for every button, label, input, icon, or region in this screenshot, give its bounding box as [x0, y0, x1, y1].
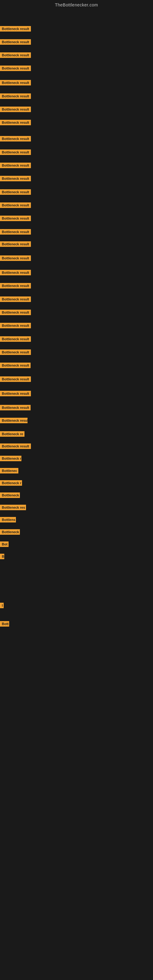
bottleneck-label: Bottleneck result	[0, 52, 31, 58]
site-title: TheBottlenecker.com	[0, 0, 153, 9]
bottleneck-result-item: Bottleneck result	[0, 283, 31, 290]
bottleneck-label: Bottleneck result	[0, 336, 31, 342]
bottleneck-label: Bottleneck result	[0, 229, 31, 235]
bottleneck-label: Bottleneck result	[0, 136, 31, 142]
bottleneck-label: Bottleneck result	[0, 350, 31, 355]
bottleneck-result-item: Bottleneck result	[0, 120, 31, 126]
bottleneck-result-item: Bott	[0, 621, 9, 628]
bottleneck-result-item: Bottleneck result	[0, 363, 30, 369]
bottleneck-result-item: Bottleneck result	[0, 336, 31, 343]
bottleneck-label: Bottleneck	[0, 492, 20, 498]
bottleneck-label: Bottleneck result	[0, 107, 31, 112]
bottleneck-label: Bottleneck result	[0, 310, 31, 315]
bottleneck-result-item: Bottleneck result	[0, 26, 31, 33]
bottleneck-result-item: Bottleneck result	[0, 229, 31, 236]
bottleneck-label: Bottleneck result	[0, 120, 31, 125]
bottleneck-result-item: Bot	[0, 541, 9, 548]
bottleneck-result-item: Bottleneck result	[0, 391, 31, 398]
bottleneck-label: Bottleneck result	[0, 202, 31, 208]
bottleneck-result-item: Bottleneck result	[0, 136, 31, 143]
bottleneck-result-item: Bottleneck res	[0, 505, 26, 511]
bottleneck-result-item: Bottleneck result	[0, 350, 31, 356]
bottleneck-result-item: Bottleneck	[0, 529, 20, 536]
bottleneck-result-item: Bottleneck	[0, 492, 20, 499]
bottleneck-result-item: Bottleneck result	[0, 162, 31, 169]
bottleneck-label: Bottleneck result	[0, 418, 27, 423]
bottleneck-result-item: Bottleneck r	[0, 456, 21, 463]
bottleneck-label: Bottleneck result	[0, 26, 31, 32]
bottleneck-result-item: Bottleneck result	[0, 241, 31, 248]
bottleneck-label: Bot	[0, 541, 9, 547]
bottleneck-label: Bottleneck r	[0, 480, 22, 486]
bottleneck-result-item: B	[0, 554, 4, 560]
bottleneck-result-item: Bottleneck result	[0, 255, 31, 262]
bottleneck-result-item: Bottleneck result	[0, 39, 31, 46]
bottleneck-label: Bottlenec	[0, 468, 18, 474]
bottleneck-result-item: Bottleneck result	[0, 323, 31, 329]
bottleneck-label: Bottleneck result	[0, 39, 31, 45]
bottleneck-label: Bottleneck result	[0, 270, 31, 275]
bottleneck-label: Bottleneck result	[0, 376, 31, 382]
bottleneck-result-item: Bottleneck result	[0, 444, 31, 450]
bottleneck-label: Bottleneck r	[0, 456, 21, 461]
bottleneck-label: Bott	[0, 621, 9, 627]
bottleneck-label: Bottlens	[0, 517, 16, 522]
bottleneck-result-item: Bottleneck result	[0, 52, 31, 59]
bottleneck-label: Bottleneck result	[0, 189, 31, 195]
bottleneck-result-item: Bottleneck result	[0, 376, 31, 383]
bottleneck-result-item: Bottleneck result	[0, 310, 31, 317]
bottleneck-label: Bottleneck result	[0, 80, 31, 86]
bottleneck-label: Bottleneck result	[0, 405, 30, 410]
bottleneck-label: Bottleneck result	[0, 94, 31, 99]
bottleneck-result-item: Bottleneck result	[0, 150, 31, 156]
bottleneck-result-item: Bottleneck result	[0, 216, 31, 222]
bottleneck-result-item: Bottleneck result	[0, 176, 31, 183]
bottleneck-result-item: Bottleneck result	[0, 80, 31, 87]
bottleneck-label: Bottleneck result	[0, 162, 31, 168]
bottleneck-result-item: Bottleneck result	[0, 296, 31, 303]
bottleneck-result-item: Bottlenec	[0, 468, 18, 475]
bottleneck-result-item: Bottleneck r	[0, 480, 22, 487]
bottleneck-label: Bottleneck result	[0, 65, 31, 71]
bottleneck-label: Bottleneck result	[0, 255, 31, 261]
bottleneck-label: Bottleneck result	[0, 150, 31, 155]
bottleneck-result-item: Bottleneck result	[0, 65, 31, 72]
bottleneck-result-item: Bottleneck result	[0, 405, 30, 412]
bottleneck-result-item: Bottleneck result	[0, 270, 31, 277]
bottleneck-result-item: I	[0, 603, 4, 609]
bottleneck-result-item: Bottleneck result	[0, 107, 31, 113]
bottleneck-label: Bottleneck result	[0, 241, 31, 247]
bottleneck-label: Bottleneck re	[0, 431, 24, 437]
bottleneck-result-item: Bottleneck result	[0, 418, 27, 425]
bottleneck-result-item: Bottleneck result	[0, 202, 31, 209]
bottleneck-label: Bottleneck	[0, 529, 20, 535]
bottleneck-label: Bottleneck result	[0, 363, 30, 368]
bottleneck-label: Bottleneck result	[0, 323, 31, 328]
bottleneck-label: Bottleneck result	[0, 283, 31, 288]
bottleneck-label: Bottleneck result	[0, 391, 31, 396]
bottleneck-label: Bottleneck result	[0, 296, 31, 302]
bottleneck-result-item: Bottleneck re	[0, 431, 24, 438]
bottleneck-label: Bottleneck result	[0, 444, 31, 449]
bottleneck-result-item: Bottleneck result	[0, 94, 31, 100]
bottleneck-result-item: Bottleneck result	[0, 189, 31, 196]
bottleneck-label: Bottleneck res	[0, 505, 26, 510]
bottleneck-label: B	[0, 554, 4, 559]
bottleneck-label: I	[0, 603, 4, 608]
bottleneck-label: Bottleneck result	[0, 216, 31, 221]
bottleneck-label: Bottleneck result	[0, 176, 31, 181]
bottleneck-result-item: Bottlens	[0, 517, 16, 524]
